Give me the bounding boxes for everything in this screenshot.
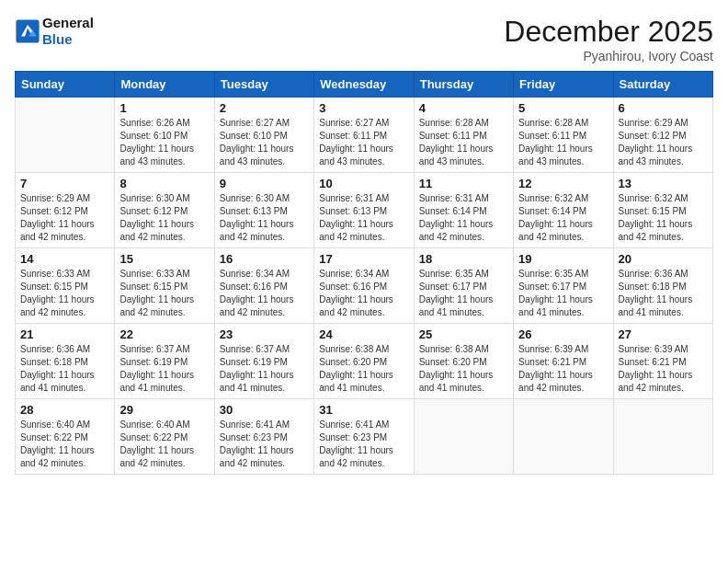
day-number: 24 <box>319 327 408 341</box>
day-number: 1 <box>119 101 209 115</box>
week-row-2: 7Sunrise: 6:29 AMSunset: 6:12 PMDaylight… <box>16 173 713 248</box>
calendar-cell: 4Sunrise: 6:28 AMSunset: 6:11 PMDaylight… <box>414 98 513 173</box>
week-row-3: 14Sunrise: 6:33 AMSunset: 6:15 PMDayligh… <box>16 248 713 324</box>
calendar-cell: 23Sunrise: 6:37 AMSunset: 6:19 PMDayligh… <box>214 324 313 399</box>
day-info: Sunrise: 6:39 AMSunset: 6:21 PMDaylight:… <box>619 343 708 395</box>
calendar-cell: 9Sunrise: 6:30 AMSunset: 6:13 PMDaylight… <box>214 173 313 248</box>
calendar-cell: 10Sunrise: 6:31 AMSunset: 6:13 PMDayligh… <box>314 173 414 248</box>
day-number: 17 <box>319 252 408 266</box>
logo-line2: Blue <box>42 31 94 48</box>
day-info: Sunrise: 6:40 AMSunset: 6:22 PMDaylight:… <box>20 419 109 470</box>
location: Pyanhirou, Ivory Coast <box>504 49 713 63</box>
day-number: 25 <box>419 327 508 341</box>
day-info: Sunrise: 6:35 AMSunset: 6:17 PMDaylight:… <box>518 268 608 319</box>
calendar-cell: 5Sunrise: 6:28 AMSunset: 6:11 PMDaylight… <box>514 98 613 173</box>
day-info: Sunrise: 6:38 AMSunset: 6:20 PMDaylight:… <box>419 343 508 395</box>
day-number: 7 <box>20 177 109 190</box>
day-number: 20 <box>619 252 708 266</box>
logo-icon <box>15 18 40 44</box>
calendar-table: SundayMondayTuesdayWednesdayThursdayFrid… <box>15 71 713 475</box>
day-number: 10 <box>319 177 408 190</box>
day-info: Sunrise: 6:30 AMSunset: 6:13 PMDaylight:… <box>220 192 309 244</box>
day-info: Sunrise: 6:33 AMSunset: 6:15 PMDaylight:… <box>119 268 209 319</box>
calendar-cell: 25Sunrise: 6:38 AMSunset: 6:20 PMDayligh… <box>414 324 513 399</box>
day-info: Sunrise: 6:32 AMSunset: 6:14 PMDaylight:… <box>518 192 608 244</box>
day-number: 23 <box>220 327 309 341</box>
day-info: Sunrise: 6:34 AMSunset: 6:16 PMDaylight:… <box>220 268 309 319</box>
page-header: General Blue December 2025 Pyanhirou, Iv… <box>15 15 713 63</box>
day-number: 30 <box>220 403 309 417</box>
day-number: 15 <box>119 252 209 266</box>
calendar-cell <box>414 399 513 475</box>
day-number: 3 <box>319 101 408 115</box>
week-row-5: 28Sunrise: 6:40 AMSunset: 6:22 PMDayligh… <box>16 399 713 475</box>
calendar-cell: 3Sunrise: 6:27 AMSunset: 6:11 PMDaylight… <box>314 98 414 173</box>
day-number: 11 <box>419 177 508 190</box>
calendar-cell: 11Sunrise: 6:31 AMSunset: 6:14 PMDayligh… <box>414 173 513 248</box>
calendar-cell: 22Sunrise: 6:37 AMSunset: 6:19 PMDayligh… <box>115 324 214 399</box>
calendar-cell <box>16 98 115 173</box>
column-header-sunday: Sunday <box>16 72 115 98</box>
day-info: Sunrise: 6:32 AMSunset: 6:15 PMDaylight:… <box>619 192 708 244</box>
day-info: Sunrise: 6:31 AMSunset: 6:14 PMDaylight:… <box>419 192 508 244</box>
calendar-cell: 29Sunrise: 6:40 AMSunset: 6:22 PMDayligh… <box>115 399 214 475</box>
month-title: December 2025 <box>504 15 713 49</box>
column-header-tuesday: Tuesday <box>214 72 313 98</box>
day-info: Sunrise: 6:30 AMSunset: 6:12 PMDaylight:… <box>119 192 209 244</box>
day-info: Sunrise: 6:41 AMSunset: 6:23 PMDaylight:… <box>319 419 408 470</box>
day-info: Sunrise: 6:31 AMSunset: 6:13 PMDaylight:… <box>319 192 408 244</box>
day-info: Sunrise: 6:27 AMSunset: 6:11 PMDaylight:… <box>319 117 408 168</box>
day-info: Sunrise: 6:28 AMSunset: 6:11 PMDaylight:… <box>518 117 608 168</box>
day-number: 28 <box>20 403 109 417</box>
title-block: December 2025 Pyanhirou, Ivory Coast <box>504 15 713 63</box>
day-number: 26 <box>518 327 608 341</box>
day-number: 14 <box>20 252 109 266</box>
calendar-cell: 18Sunrise: 6:35 AMSunset: 6:17 PMDayligh… <box>414 248 513 324</box>
calendar-cell: 27Sunrise: 6:39 AMSunset: 6:21 PMDayligh… <box>613 324 712 399</box>
day-info: Sunrise: 6:40 AMSunset: 6:22 PMDaylight:… <box>119 419 209 470</box>
day-info: Sunrise: 6:36 AMSunset: 6:18 PMDaylight:… <box>619 268 708 319</box>
day-number: 29 <box>119 403 209 417</box>
day-number: 27 <box>619 327 708 341</box>
calendar-cell: 20Sunrise: 6:36 AMSunset: 6:18 PMDayligh… <box>613 248 712 324</box>
column-header-monday: Monday <box>115 72 214 98</box>
calendar-cell: 19Sunrise: 6:35 AMSunset: 6:17 PMDayligh… <box>514 248 613 324</box>
week-row-4: 21Sunrise: 6:36 AMSunset: 6:18 PMDayligh… <box>16 324 713 399</box>
day-number: 4 <box>419 101 508 115</box>
calendar-cell: 1Sunrise: 6:26 AMSunset: 6:10 PMDaylight… <box>115 98 214 173</box>
day-number: 31 <box>319 403 408 417</box>
day-info: Sunrise: 6:34 AMSunset: 6:16 PMDaylight:… <box>319 268 408 319</box>
day-number: 2 <box>220 101 309 115</box>
calendar-cell: 16Sunrise: 6:34 AMSunset: 6:16 PMDayligh… <box>214 248 313 324</box>
column-header-wednesday: Wednesday <box>314 72 414 98</box>
day-number: 22 <box>119 327 209 341</box>
column-header-saturday: Saturday <box>613 72 712 98</box>
column-header-friday: Friday <box>514 72 613 98</box>
calendar-cell: 13Sunrise: 6:32 AMSunset: 6:15 PMDayligh… <box>613 173 712 248</box>
week-row-1: 1Sunrise: 6:26 AMSunset: 6:10 PMDaylight… <box>16 98 713 173</box>
day-number: 5 <box>518 101 608 115</box>
day-number: 9 <box>220 177 309 190</box>
calendar-header-row: SundayMondayTuesdayWednesdayThursdayFrid… <box>16 72 713 98</box>
day-info: Sunrise: 6:35 AMSunset: 6:17 PMDaylight:… <box>419 268 508 319</box>
calendar-cell: 26Sunrise: 6:39 AMSunset: 6:21 PMDayligh… <box>514 324 613 399</box>
logo-line1: General <box>42 15 94 31</box>
day-number: 8 <box>119 177 209 190</box>
day-info: Sunrise: 6:37 AMSunset: 6:19 PMDaylight:… <box>119 343 209 395</box>
day-info: Sunrise: 6:37 AMSunset: 6:19 PMDaylight:… <box>220 343 309 395</box>
day-info: Sunrise: 6:26 AMSunset: 6:10 PMDaylight:… <box>119 117 209 168</box>
day-info: Sunrise: 6:39 AMSunset: 6:21 PMDaylight:… <box>518 343 608 395</box>
calendar-cell: 8Sunrise: 6:30 AMSunset: 6:12 PMDaylight… <box>115 173 214 248</box>
day-info: Sunrise: 6:29 AMSunset: 6:12 PMDaylight:… <box>20 192 109 244</box>
day-info: Sunrise: 6:28 AMSunset: 6:11 PMDaylight:… <box>419 117 508 168</box>
calendar-cell: 6Sunrise: 6:29 AMSunset: 6:12 PMDaylight… <box>613 98 712 173</box>
day-number: 16 <box>220 252 309 266</box>
day-number: 12 <box>518 177 608 190</box>
day-info: Sunrise: 6:38 AMSunset: 6:20 PMDaylight:… <box>319 343 408 395</box>
day-number: 6 <box>619 101 708 115</box>
day-number: 18 <box>419 252 508 266</box>
day-info: Sunrise: 6:33 AMSunset: 6:15 PMDaylight:… <box>20 268 109 319</box>
calendar-cell: 21Sunrise: 6:36 AMSunset: 6:18 PMDayligh… <box>16 324 115 399</box>
calendar-cell: 30Sunrise: 6:41 AMSunset: 6:23 PMDayligh… <box>214 399 313 475</box>
calendar-cell: 28Sunrise: 6:40 AMSunset: 6:22 PMDayligh… <box>16 399 115 475</box>
